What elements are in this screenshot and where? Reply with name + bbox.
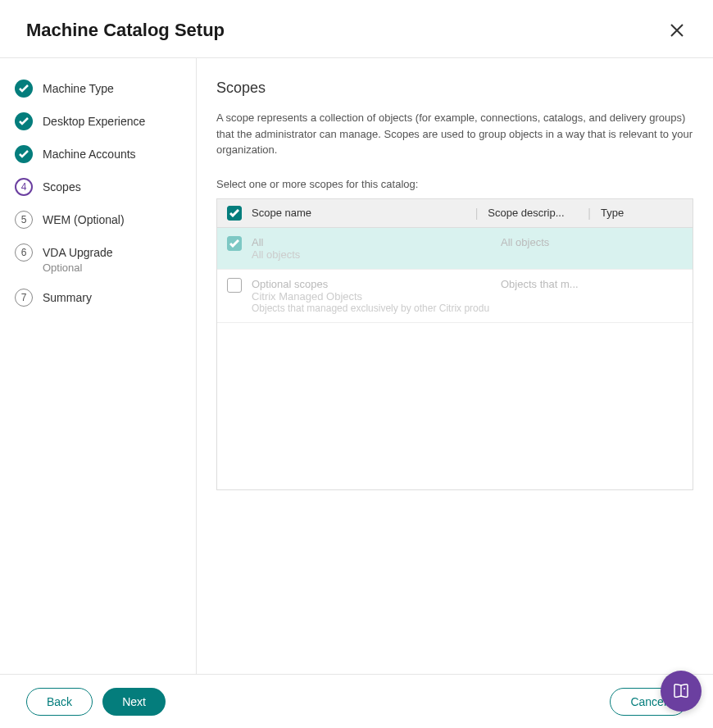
step-label-group: VDA Upgrade Optional: [43, 243, 113, 274]
next-button[interactable]: Next: [102, 688, 166, 716]
step-label: WEM (Optional): [43, 211, 125, 229]
step-label: Machine Type: [43, 80, 114, 98]
dialog-footer: Back Next Cancel: [0, 674, 713, 728]
check-icon: [15, 112, 33, 130]
step-label: Machine Accounts: [43, 145, 136, 163]
row-desc-cell: All objects: [501, 236, 591, 248]
step-sublabel: Optional: [43, 262, 113, 274]
table-header-row: Scope name | Scope descrip... | Type: [217, 199, 693, 228]
step-number-icon: 4: [15, 178, 33, 196]
column-header-name[interactable]: Scope name: [252, 207, 465, 219]
select-instruction: Select one or more scopes for this catal…: [216, 178, 693, 190]
row-name-cell: Optional scopes Citrix Managed Objects O…: [252, 278, 491, 314]
scopes-table: Scope name | Scope descrip... | Type All…: [216, 198, 693, 490]
step-machine-accounts[interactable]: Machine Accounts: [15, 145, 181, 163]
help-fab[interactable]: [661, 671, 702, 712]
step-number-icon: 5: [15, 211, 33, 229]
wizard-sidebar: Machine Type Desktop Experience Machine …: [0, 58, 197, 675]
step-vda-upgrade[interactable]: 6 VDA Upgrade Optional: [15, 243, 181, 274]
check-icon: [15, 145, 33, 163]
table-row[interactable]: All All objects All objects: [217, 228, 693, 270]
column-separator: |: [475, 207, 479, 220]
step-label: VDA Upgrade: [43, 246, 113, 259]
content-title: Scopes: [216, 80, 693, 97]
close-icon: [669, 22, 685, 39]
row-name-cell: All All objects: [252, 236, 491, 261]
dialog-body: Machine Type Desktop Experience Machine …: [0, 58, 713, 675]
column-header-description[interactable]: Scope descrip...: [488, 207, 578, 219]
step-label: Summary: [43, 289, 92, 307]
footer-left-buttons: Back Next: [26, 688, 166, 716]
step-number-icon: 7: [15, 289, 33, 307]
scope-subtitle: All objects: [252, 248, 491, 261]
select-all-checkbox[interactable]: [227, 206, 242, 221]
close-button[interactable]: [667, 20, 687, 40]
book-sparkle-icon: [670, 680, 692, 702]
table-row[interactable]: Optional scopes Citrix Managed Objects O…: [217, 270, 693, 323]
scope-name: All: [252, 236, 491, 248]
scope-name: Optional scopes: [252, 278, 491, 290]
step-number-icon: 6: [15, 243, 33, 262]
dialog-header: Machine Catalog Setup: [0, 0, 713, 58]
step-label: Desktop Experience: [43, 112, 145, 130]
column-header-type[interactable]: Type: [601, 207, 683, 219]
content-description: A scope represents a collection of objec…: [216, 110, 693, 158]
check-icon: [15, 80, 33, 98]
step-label: Scopes: [43, 178, 81, 196]
dialog-title: Machine Catalog Setup: [26, 20, 225, 41]
wizard-content: Scopes A scope represents a collection o…: [197, 58, 713, 675]
back-button[interactable]: Back: [26, 688, 93, 716]
row-checkbox: [227, 236, 242, 251]
column-separator: |: [588, 207, 591, 220]
scope-subtitle: Citrix Managed Objects: [252, 290, 491, 303]
step-summary[interactable]: 7 Summary: [15, 289, 181, 307]
row-checkbox[interactable]: [227, 278, 242, 293]
step-scopes[interactable]: 4 Scopes: [15, 178, 181, 196]
step-machine-type[interactable]: Machine Type: [15, 80, 181, 98]
step-desktop-experience[interactable]: Desktop Experience: [15, 112, 181, 130]
row-desc-cell: Objects that m...: [501, 278, 591, 290]
step-wem[interactable]: 5 WEM (Optional): [15, 211, 181, 229]
scope-subtitle-2: Objects that managed exclusively by othe…: [252, 303, 491, 314]
